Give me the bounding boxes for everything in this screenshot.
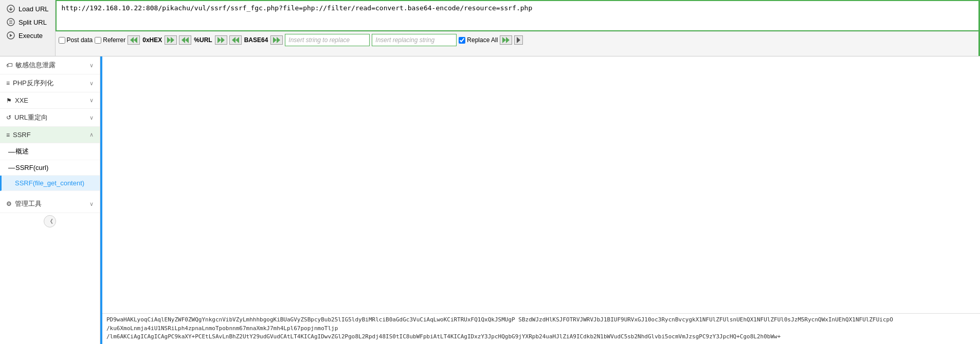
sidebar-item-url-redirect[interactable]: ↺ URL重定向 ∨: [0, 109, 100, 127]
sidebar-item-miwang[interactable]: 🏷 敏感信息泄露 ∨: [0, 56, 100, 74]
ssrf-chevron-icon: ∧: [89, 131, 94, 138]
insert-replacing-input[interactable]: [372, 34, 457, 46]
replace-all-label: Replace All: [467, 36, 498, 44]
url-encode-group: %URL: [179, 35, 227, 45]
load-icon: [6, 4, 15, 13]
top-toolbar: Load URL Split URL Execute http://192.16…: [0, 0, 980, 56]
admin-tools-label: ⚙ 管理工具: [6, 199, 42, 208]
url-redirect-chevron-icon: ∨: [89, 114, 94, 121]
ssrf-label: ≡ SSRF: [6, 131, 31, 139]
url-input-row: http://192.168.10.22:808/pikachu/vul/ssr…: [56, 0, 980, 31]
split-icon: [6, 17, 15, 27]
sidebar-item-php[interactable]: ≡ PHP反序列化 ∨: [0, 74, 100, 92]
replace-right-arrow-icon2: [506, 37, 510, 43]
ssrf-subitems: — 概述 — SSRF(curl) SSRF(file_get_content): [0, 143, 100, 191]
php-chevron-icon: ∨: [89, 80, 94, 87]
content-area: PD9waHAKLyoqCiAqlENyZWF0ZWQgYnkgcnVibVZy…: [102, 56, 980, 344]
sidebar-item-xxe[interactable]: ⚑ XXE ∨: [0, 92, 100, 109]
hex-right-arrow-icon: [167, 37, 171, 43]
xxe-icon: ⚑: [6, 97, 12, 104]
hex-encode-group: 0xHEX: [128, 35, 177, 45]
base64-label: BASE64: [243, 36, 270, 44]
sidebar-item-ssrf[interactable]: ≡ SSRF ∧: [0, 127, 100, 143]
replace-arrow-right-btn[interactable]: [500, 35, 512, 45]
referrer-checkbox-label[interactable]: Referrer: [95, 36, 125, 44]
hex-left-arrow-icon2: [134, 37, 137, 43]
load-url-label: Load URL: [19, 5, 49, 13]
base64-encode-left-btn[interactable]: [229, 35, 242, 45]
url-input[interactable]: http://192.168.10.22:808/pikachu/vul/ssr…: [56, 0, 980, 31]
xxe-label: ⚑ XXE: [6, 97, 28, 104]
app-container: Load URL Split URL Execute http://192.16…: [0, 0, 980, 344]
admin-tools-chevron-icon: ∨: [89, 201, 94, 207]
final-arrow-btn[interactable]: [514, 35, 523, 45]
ssrf-icon: ≡: [6, 131, 10, 139]
url-left-arrow-icon: [182, 37, 185, 43]
base64-encode-group: BASE64: [229, 35, 283, 45]
xxe-chevron-icon: ∨: [89, 97, 94, 104]
scroll-up-button[interactable]: 《: [44, 215, 56, 227]
miwang-icon: 🏷: [6, 62, 12, 69]
php-icon: ≡: [6, 80, 10, 87]
main-area: 🏷 敏感信息泄露 ∨ ≡ PHP反序列化 ∨ ⚑ XXE ∨: [0, 56, 980, 344]
sidebar-item-admin-tools[interactable]: ⚙ 管理工具 ∨: [0, 195, 100, 213]
url-area: http://192.168.10.22:808/pikachu/vul/ssr…: [56, 0, 980, 48]
output-line-2: /ku6XmoLnmja4iU1NSRiLph4zpnaLnmoTpobnnm6…: [106, 324, 976, 333]
url-encode-left-btn[interactable]: [179, 35, 191, 45]
base64-encode-right-btn[interactable]: [270, 35, 283, 45]
admin-tools-icon: ⚙: [6, 200, 12, 207]
replace-all-checkbox[interactable]: [459, 37, 465, 44]
hex-encode-right-btn[interactable]: [165, 35, 177, 45]
sidebar: 🏷 敏感信息泄露 ∨ ≡ PHP反序列化 ∨ ⚑ XXE ∨: [0, 56, 100, 344]
execute-icon: [6, 31, 15, 40]
sidebar-sub-overview[interactable]: — 概述: [0, 143, 100, 160]
miwang-label: 🏷 敏感信息泄露: [6, 61, 56, 70]
base64-right-arrow-icon: [273, 37, 277, 43]
base64-left-arrow-icon: [232, 37, 235, 43]
miwang-chevron-icon: ∨: [89, 62, 94, 69]
referrer-checkbox[interactable]: [95, 37, 101, 44]
url-label: %URL: [192, 36, 213, 44]
base64-left-arrow-icon2: [235, 37, 239, 43]
url-area-wrapper: http://192.168.10.22:808/pikachu/vul/ssr…: [56, 0, 980, 56]
curl-indent: —: [8, 164, 12, 171]
output-line-3: /lm6AKCiAgICAgICAgPC9kaXY+PCEtLSAvLnBhZ2…: [106, 333, 976, 341]
overview-indent: —: [8, 148, 12, 156]
post-data-label: Post data: [67, 36, 93, 44]
post-data-checkbox-label[interactable]: Post data: [59, 36, 93, 44]
url-encode-right-btn[interactable]: [215, 35, 227, 45]
execute-button[interactable]: Execute: [3, 29, 52, 42]
replace-all-checkbox-label[interactable]: Replace All: [459, 36, 498, 44]
sidebar-sub-ssrf-file[interactable]: SSRF(file_get_content): [0, 176, 100, 191]
referrer-label: Referrer: [103, 36, 125, 44]
bottom-output: PD9waHAKLyoqCiAqlENyZWF0ZWQgYnkgcnVibVZy…: [102, 313, 980, 344]
output-line-1: PD9waHAKLyoqCiAqlENyZWF0ZWQgYnkgcnVibVZy…: [106, 316, 976, 324]
execute-label: Execute: [19, 32, 43, 40]
hex-label: 0xHEX: [141, 36, 164, 44]
insert-string-input[interactable]: [285, 34, 370, 46]
split-url-label: Split URL: [19, 18, 47, 26]
url-left-arrow-icon2: [185, 37, 189, 43]
content-body: [102, 56, 980, 313]
svg-point-1: [7, 18, 14, 26]
url-redirect-label: ↺ URL重定向: [6, 113, 48, 122]
hex-right-arrow-icon2: [171, 37, 174, 43]
base64-right-arrow-icon2: [277, 37, 280, 43]
controls-row: Post data Referrer 0xHEX: [56, 31, 980, 48]
final-right-arrow-icon: [517, 37, 520, 43]
url-right-arrow-icon2: [221, 37, 225, 43]
url-redirect-icon: ↺: [6, 114, 11, 121]
hex-encode-left-btn[interactable]: [128, 35, 140, 45]
post-data-checkbox[interactable]: [59, 37, 65, 44]
left-actions: Load URL Split URL Execute: [0, 0, 56, 56]
sidebar-sub-ssrf-curl[interactable]: — SSRF(curl): [0, 160, 100, 176]
php-label: ≡ PHP反序列化: [6, 79, 53, 88]
url-right-arrow-icon: [217, 37, 221, 43]
scroll-up-area: 《: [0, 213, 100, 230]
load-url-button[interactable]: Load URL: [3, 2, 52, 15]
replace-right-arrow-icon: [502, 37, 506, 43]
hex-left-arrow-icon: [130, 37, 134, 43]
split-url-button[interactable]: Split URL: [3, 15, 52, 29]
